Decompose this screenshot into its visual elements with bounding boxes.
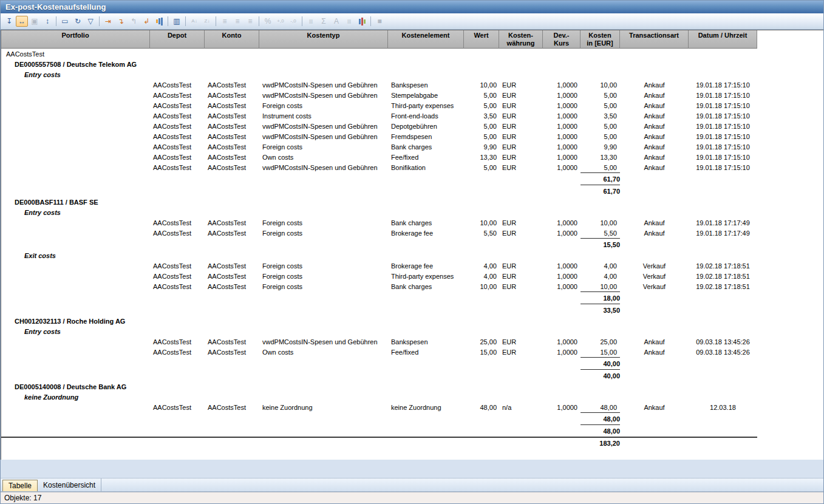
cell-devkurs: 1,0000	[543, 102, 581, 109]
cell-waehrung: EUR	[499, 262, 543, 270]
table-row[interactable]: AACostsTestAACostsTestForeign costsBank …	[1, 141, 757, 152]
table-row[interactable]: AACostsTestAACostsTestForeign costsBroke…	[1, 228, 757, 238]
cell-wert: 5,00	[464, 123, 499, 130]
cell-devkurs: 1,0000	[543, 338, 581, 346]
toolbar-separator	[56, 16, 56, 26]
group-label-row[interactable]: Entry costs	[1, 207, 823, 217]
table-row[interactable]: AACostsTestAACostsTestForeign costsThird…	[1, 100, 757, 111]
group-label-row[interactable]: DE000BASF111 / BASF SE	[1, 197, 823, 207]
col-header-datum-uhrzeit[interactable]: Datum / Uhrzeit	[689, 30, 757, 49]
group-label: Exit costs	[24, 252, 56, 259]
status-bar: Objekte: 17	[1, 492, 823, 503]
tab-tabelle[interactable]: Tabelle	[2, 480, 38, 491]
cell-depot: AACostsTest	[150, 81, 205, 89]
cell-kostentyp: Own costs	[259, 349, 388, 356]
cell-datum: 19.01.18 17:15:10	[689, 112, 757, 120]
cell-wert: 10,00	[464, 283, 499, 290]
fit-width-icon[interactable]: ↔	[16, 16, 28, 27]
table-row[interactable]: AACostsTestAACostsTestForeign costsThird…	[1, 271, 757, 281]
cell-devkurs: 1,0000	[543, 92, 581, 99]
column-set-icon: |||	[343, 16, 355, 27]
chart-column-icon[interactable]	[153, 16, 165, 27]
cell-kostentyp: vwdPMCostsIN-Spesen und Gebühren	[259, 92, 388, 99]
group-label-row[interactable]: keine Zuordnung	[1, 392, 823, 402]
table-row[interactable]: AACostsTestAACostsTestvwdPMCostsIN-Spese…	[1, 131, 757, 141]
cell-transaktion: Ankauf	[620, 81, 689, 89]
sum-value: 40,00	[581, 369, 620, 381]
tab-kostenuebersicht[interactable]: Kostenübersicht	[38, 478, 101, 491]
bar-chart-icon[interactable]	[356, 16, 368, 27]
cell-waehrung: EUR	[499, 112, 543, 120]
col-header-devkurs[interactable]: Dev.-Kurs	[543, 30, 581, 49]
table-row[interactable]: AACostsTestAACostsTestvwdPMCostsIN-Spese…	[1, 162, 757, 172]
table-row[interactable]: AACostsTestAACostsTestvwdPMCostsIN-Spese…	[1, 121, 757, 131]
group-label: Entry costs	[24, 328, 61, 335]
cell-devkurs: 1,0000	[543, 143, 581, 151]
cell-transaktion: Ankauf	[620, 349, 689, 356]
cell-konto: AACostsTest	[205, 273, 259, 280]
cell-depot: AACostsTest	[150, 283, 205, 290]
cell-depot: AACostsTest	[150, 230, 205, 237]
cell-transaktion: Ankauf	[620, 123, 689, 130]
sum-row: 48,00	[1, 412, 757, 424]
toolbar-separator	[99, 16, 100, 26]
filter-icon[interactable]: ▽	[84, 16, 97, 27]
group-label-row[interactable]: Entry costs	[1, 69, 823, 80]
cell-transaktion: Ankauf	[620, 154, 689, 161]
table-row[interactable]: AACostsTestAACostsTestvwdPMCostsIN-Spese…	[1, 90, 757, 100]
cell-transaktion: Ankauf	[620, 230, 689, 237]
group-label-row[interactable]: DE0005140008 / Deutsche Bank AG	[1, 381, 823, 392]
fit-height-icon[interactable]: ↕	[41, 16, 53, 27]
app-window: Ex-post-Kostenaufstellung ↧↔▣↕▭↻▽⇥↴↰↲▥A↓…	[0, 0, 824, 504]
group-label-row[interactable]: Exit costs	[1, 250, 823, 261]
insert-row-icon[interactable]: ↴	[115, 16, 127, 27]
table-row[interactable]: AACostsTestAACostsTestvwdPMCostsIN-Spese…	[1, 80, 757, 90]
col-header-kostenelement[interactable]: Kostenelement	[388, 30, 464, 49]
cell-kosten: 5,50	[581, 230, 620, 237]
group-label-row[interactable]: CH0012032113 / Roche Holding AG	[1, 316, 823, 326]
cell-depot: AACostsTest	[150, 154, 205, 161]
table-row[interactable]: AACostsTestAACostsTestForeign costsBroke…	[1, 261, 757, 271]
import-row-icon[interactable]: ↧	[3, 16, 15, 27]
new-view-icon[interactable]: ▭	[59, 16, 71, 27]
highlight-column-icon[interactable]: ▥	[171, 16, 183, 27]
col-header-kosten-eur[interactable]: Kostenin [EUR]	[581, 30, 620, 49]
cell-kostentyp: Instrument costs	[259, 112, 388, 120]
cell-devkurs: 1,0000	[543, 283, 581, 290]
col-header-kostentyp[interactable]: Kostentyp	[259, 30, 388, 49]
cell-waehrung: EUR	[499, 164, 543, 171]
table-row[interactable]: AACostsTestAACostsTestForeign costsBank …	[1, 217, 757, 228]
cell-depot: AACostsTest	[150, 112, 205, 120]
table-row[interactable]: AACostsTestAACostsTestInstrument costsFr…	[1, 111, 757, 121]
col-header-portfolio[interactable]: Portfolio	[1, 30, 150, 49]
cell-kostenelement: Bankspesen	[388, 338, 464, 346]
col-header-depot[interactable]: Depot	[150, 30, 205, 49]
cell-wert: 48,00	[464, 404, 499, 411]
col-header-label: Konto	[222, 32, 242, 39]
cell-devkurs: 1,0000	[543, 273, 581, 280]
group-label: CH0012032113 / Roche Holding AG	[15, 318, 125, 325]
table-row[interactable]: AACostsTestAACostsTestForeign costsBank …	[1, 281, 757, 291]
cell-wert: 5,00	[464, 133, 499, 140]
cell-kostentyp: vwdPMCostsIN-Spesen und Gebühren	[259, 81, 388, 89]
table-row[interactable]: AACostsTestAACostsTestvwdPMCostsIN-Spese…	[1, 336, 757, 347]
table-row[interactable]: AACostsTestAACostsTestOwn costsFee/fixed…	[1, 152, 757, 162]
col-header-konto[interactable]: Konto	[205, 30, 259, 49]
sum-row-icon[interactable]: ↲	[140, 16, 152, 27]
col-header-wert[interactable]: Wert	[464, 30, 499, 49]
group-label-row[interactable]: AACostsTest	[1, 49, 823, 59]
group-label-row[interactable]: Entry costs	[1, 326, 823, 336]
col-header-transactionsart[interactable]: Transactionsart	[620, 30, 689, 49]
insert-column-icon[interactable]: ⇥	[102, 16, 114, 27]
fit-selection-icon: ▣	[29, 16, 41, 27]
refresh-icon[interactable]: ↻	[72, 16, 84, 27]
cell-kostenelement: Bank charges	[388, 283, 464, 290]
cell-devkurs: 1,0000	[543, 262, 581, 270]
group-label-row[interactable]: DE0005557508 / Deutsche Telekom AG	[1, 59, 823, 69]
table-row[interactable]: AACostsTestAACostsTestkeine Zuordnungkei…	[1, 402, 757, 412]
cell-kostenelement: Bank charges	[388, 143, 464, 151]
table-row[interactable]: AACostsTestAACostsTestOwn costsFee/fixed…	[1, 347, 757, 357]
col-header-kostenwaehrung[interactable]: Kosten-währung	[499, 30, 543, 49]
cell-datum: 19.01.18 17:15:10	[689, 133, 757, 140]
sum-icon: Σ	[318, 16, 330, 27]
